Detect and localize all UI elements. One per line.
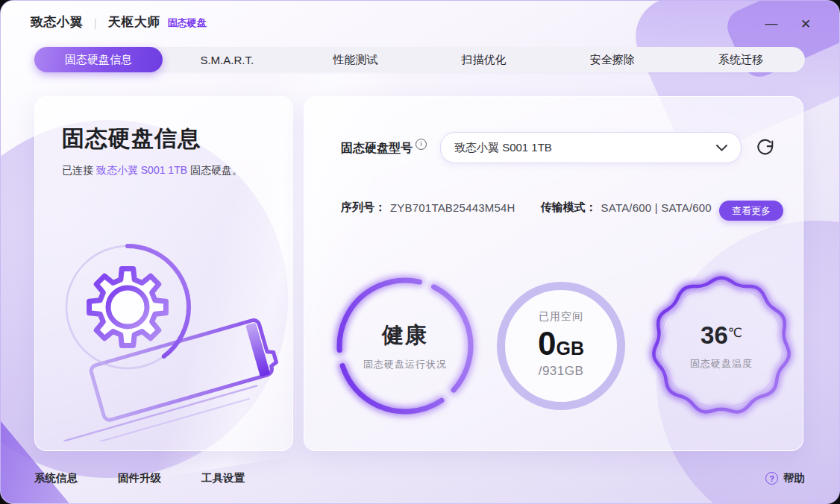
serial-value: ZYB701TAB25443M54H (390, 201, 515, 214)
total-space-value: /931GB (539, 364, 584, 379)
serial-label: 序列号： (341, 201, 386, 215)
gear-icon (90, 269, 166, 346)
temperature-caption: 固态硬盘温度 (690, 357, 753, 371)
footer-link-firmware-upgrade[interactable]: 固件升级 (118, 471, 161, 485)
transfer-mode-value: SATA/600 | SATA/600 (601, 201, 712, 214)
chevron-down-icon (716, 145, 727, 151)
product-badge: 固态硬盘 (168, 16, 207, 30)
connected-device-name: 致态小翼 S001 1TB (96, 164, 187, 176)
tab-secure-erase[interactable]: 安全擦除 (548, 47, 677, 72)
window-controls: — ✕ (763, 16, 814, 32)
used-space-caption: 已用空间 (539, 310, 583, 324)
tab-bar: 固态硬盘信息 S.M.A.R.T. 性能测试 扫描优化 安全擦除 系统迁移 (34, 47, 805, 72)
help-label: 帮助 (783, 471, 805, 485)
info-icon[interactable]: i (416, 139, 427, 150)
ssd-gear-illustration (41, 233, 287, 441)
refresh-button[interactable] (753, 136, 777, 160)
ssd-info-panel: 固态硬盘信息 已连接 致态小翼 S001 1TB 固态硬盘。 (34, 96, 293, 451)
help-icon: ? (765, 472, 778, 485)
used-space-gauge: 已用空间 0GB /931GB (492, 277, 630, 415)
ssd-detail-panel: 固态硬盘型号i 致态小翼 S001 1TB 序列号： ZYB701TAB2544… (304, 96, 803, 451)
tab-performance-test[interactable]: 性能测试 (291, 47, 419, 72)
help-button[interactable]: ? 帮助 (765, 471, 805, 485)
titlebar: 致态小翼 ｜ 天枢大师 固态硬盘 (31, 13, 207, 31)
health-status-caption: 固态硬盘运行状况 (363, 358, 447, 371)
health-status-value: 健康 (382, 321, 428, 350)
dropdown-selected-value: 致态小翼 S001 1TB (454, 141, 716, 155)
refresh-icon (756, 138, 775, 157)
footer-links: 系统信息 固件升级 工具设置 (34, 471, 245, 485)
health-gauge: 健康 固态硬盘运行状况 (336, 277, 474, 415)
view-more-button[interactable]: 查看更多 (719, 201, 783, 221)
tab-smart[interactable]: S.M.A.R.T. (163, 47, 291, 72)
app-window: 致态小翼 ｜ 天枢大师 固态硬盘 — ✕ 固态硬盘信息 S.M.A.R.T. 性… (0, 0, 840, 504)
footer-link-system-info[interactable]: 系统信息 (34, 471, 78, 485)
model-label: 固态硬盘型号i (341, 139, 427, 157)
serial-row: 序列号： ZYB701TAB25443M54H 传输模式： SATA/600 |… (341, 201, 712, 215)
ssd-stick-icon (46, 317, 284, 441)
product-name: 天枢大师 (108, 13, 160, 31)
connection-status: 已连接 致态小翼 S001 1TB 固态硬盘。 (62, 164, 242, 177)
temperature-value: 36℃ (700, 321, 742, 350)
model-row: 固态硬盘型号i 致态小翼 S001 1TB (341, 133, 777, 163)
tab-ssd-info[interactable]: 固态硬盘信息 (34, 47, 163, 72)
tab-system-migration[interactable]: 系统迁移 (677, 47, 805, 72)
temperature-gauge: 36℃ 固态硬盘温度 (653, 277, 790, 415)
brand-logo: 致态小翼 (31, 13, 83, 31)
tab-scan-optimize[interactable]: 扫描优化 (420, 47, 548, 72)
footer-link-tool-settings[interactable]: 工具设置 (201, 471, 245, 485)
ssd-model-dropdown[interactable]: 致态小翼 S001 1TB (440, 132, 742, 163)
transfer-mode-label: 传输模式： (541, 201, 597, 215)
close-icon[interactable]: ✕ (797, 16, 814, 32)
panel-title: 固态硬盘信息 (62, 124, 201, 154)
used-space-value: 0GB (538, 325, 584, 362)
minimize-icon[interactable]: — (763, 16, 780, 32)
titlebar-divider: ｜ (90, 16, 101, 30)
